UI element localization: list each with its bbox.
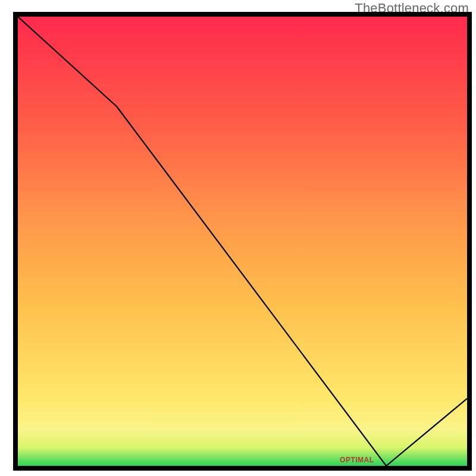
optimal-label: OPTIMAL (340, 456, 374, 464)
plot-background (18, 17, 467, 466)
stage: TheBottleneck.com OPTIMAL (0, 0, 476, 476)
bottleneck-chart: OPTIMAL (0, 0, 476, 476)
